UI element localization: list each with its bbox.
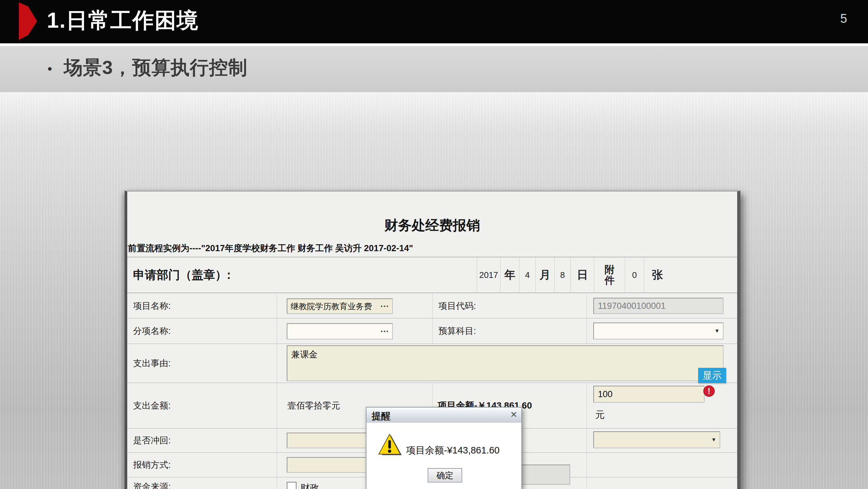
dialog-message: 项目余额-¥143,861.60	[406, 444, 500, 457]
reverse-label: 是否冲回:	[133, 429, 171, 452]
apply-department-label: 申请部门（盖章）:	[133, 257, 231, 292]
warning-triangle-icon	[377, 434, 402, 458]
dialog-title-bar[interactable]: 提醒 ✕	[367, 407, 521, 423]
ok-button[interactable]: 确定	[428, 468, 462, 483]
process-instance-line: 前置流程实例为----"2017年度学校财务工作 财务工作 吴访升 2017-0…	[128, 242, 413, 254]
divider	[0, 43, 868, 46]
row-reason: 支出事由: 兼课金	[127, 344, 737, 383]
form-title: 财务处经费报销	[127, 216, 737, 235]
budget-subject-select[interactable]: ▼	[593, 322, 723, 340]
chevron-down-icon[interactable]: ▼	[711, 437, 716, 443]
year-value: 2017	[477, 257, 500, 292]
page-number: 5	[840, 12, 847, 26]
subitem-field[interactable]: ···	[287, 323, 393, 340]
presentation-slide: 1.日常工作困境 5 • 场景3，预算执行控制 财务处经费报销 前置流程实例为-…	[0, 0, 868, 489]
project-name-field[interactable]: 继教院学历教育业务费 ···	[287, 298, 393, 314]
budget-subject-label: 预算科目:	[438, 319, 476, 343]
method-label: 报销方式:	[133, 453, 171, 477]
subtitle-text: 场景3，预算执行控制	[64, 55, 247, 81]
dialog-title: 提醒	[372, 410, 391, 423]
year-unit: 年	[500, 257, 519, 292]
month-value: 4	[519, 257, 535, 292]
form-header-row: 申请部门（盖章）: 2017 年 4 月 8 日 附件 0 张	[127, 257, 737, 293]
row-project: 项目名称: 继教院学历教育业务费 ··· 项目代码:	[127, 294, 737, 319]
show-badge[interactable]: 显示	[698, 368, 726, 383]
chevron-down-icon[interactable]: ▼	[714, 328, 720, 334]
project-code-label: 项目代码:	[438, 294, 476, 318]
fund-source-label: 资金来源:	[133, 478, 171, 489]
row-subitem: 分项名称: ··· 预算科目: ▼	[127, 319, 737, 344]
alert-dialog: 提醒 ✕ 项目余额-¥143,861.60 确定	[366, 407, 522, 489]
amount-unit: 元	[595, 408, 605, 422]
slide-title-bar: 1.日常工作困境 5	[0, 0, 868, 43]
expense-amount-label: 支出金额:	[133, 383, 171, 428]
attachment-count: 0	[625, 257, 644, 292]
reverse-select[interactable]: ▼	[593, 431, 720, 448]
subtitle-bar: • 场景3，预算执行控制	[0, 46, 868, 92]
day-unit: 日	[570, 257, 594, 292]
dialog-body: 项目余额-¥143,861.60 确定	[367, 423, 521, 489]
amount-in-words: 壹佰零拾零元	[287, 383, 340, 428]
month-unit: 月	[535, 257, 554, 292]
error-exclamation-icon: !	[703, 385, 715, 397]
expense-reason-textarea[interactable]: 兼课金	[287, 345, 723, 381]
close-icon[interactable]: ✕	[510, 409, 518, 420]
amount-input[interactable]	[593, 386, 705, 403]
expense-reason-label: 支出事由:	[133, 344, 171, 382]
attachment-label: 附件	[594, 257, 625, 292]
date-strip: 2017 年 4 月 8 日 附件 0 张	[477, 257, 737, 292]
subitem-picker-icon[interactable]: ···	[378, 326, 389, 337]
slide-body: 财务处经费报销 前置流程实例为----"2017年度学校财务工作 财务工作 吴访…	[0, 92, 868, 489]
fund-finance-checkbox[interactable]	[287, 482, 297, 489]
project-name-picker-icon[interactable]: ···	[378, 301, 389, 312]
day-value: 8	[554, 257, 570, 292]
project-code-input[interactable]	[593, 298, 723, 314]
bullet-icon: •	[48, 62, 52, 76]
slide-title: 1.日常工作困境	[47, 6, 199, 35]
fund-finance-label: 财政	[301, 482, 319, 489]
attachment-unit: 张	[644, 257, 737, 292]
subitem-label: 分项名称:	[133, 319, 171, 343]
red-accent-shape	[19, 2, 37, 41]
project-name-label: 项目名称:	[133, 294, 171, 318]
